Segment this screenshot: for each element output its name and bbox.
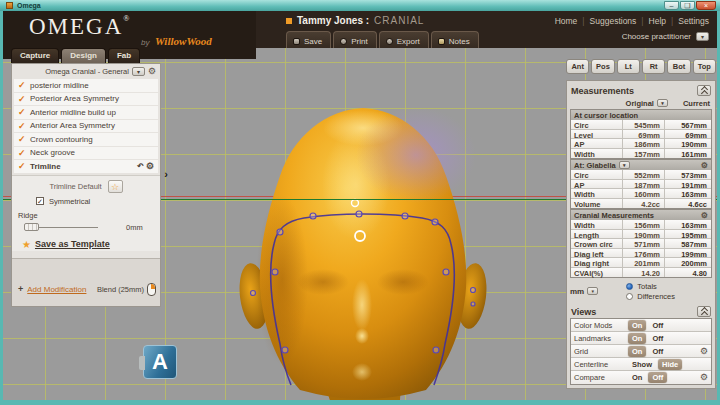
chevron-down-icon[interactable]: ▾ xyxy=(587,287,598,295)
maximize-icon[interactable]: ❏ xyxy=(680,1,695,10)
checklist-item[interactable]: ✓posterior midline xyxy=(14,79,158,92)
tab-design[interactable]: Design xyxy=(61,48,106,63)
compare-off[interactable]: Off xyxy=(648,372,667,383)
check-icon: ✓ xyxy=(18,107,30,117)
add-modification-link[interactable]: + Add Modification xyxy=(18,284,86,294)
close-icon[interactable]: × xyxy=(696,1,716,10)
nav-help[interactable]: Help xyxy=(649,16,666,26)
tab-fab[interactable]: Fab xyxy=(108,48,140,63)
mode-tabs: Capture Design Fab xyxy=(11,48,161,63)
views-row-color-mods: Color Mods On Off xyxy=(571,319,711,332)
view-rt-button[interactable]: Rt xyxy=(642,59,665,74)
gear-icon[interactable]: ⚙ xyxy=(146,162,154,171)
preset-row: Omega Cranial - General ▾ ⚙ xyxy=(12,64,160,78)
nav-settings[interactable]: Settings xyxy=(678,16,709,26)
check-icon: ✓ xyxy=(18,134,30,144)
compare-on[interactable]: On xyxy=(628,372,646,383)
landmarks-on[interactable]: On xyxy=(628,333,646,344)
head-model[interactable] xyxy=(238,100,488,400)
patient-banner: Tammy Jones : CRANIAL xyxy=(286,15,424,26)
col-current: Current xyxy=(683,99,710,108)
notes-button[interactable]: Notes xyxy=(431,31,479,48)
cursor-table: Circ545mm567mm Level69mm69mm AP186mm190m… xyxy=(570,120,712,159)
centerline-hide[interactable]: Hide xyxy=(658,359,682,370)
checklist-item[interactable]: ✓Neck groove xyxy=(14,147,158,160)
grid-on[interactable]: On xyxy=(628,346,646,357)
gear-icon[interactable]: ⚙ xyxy=(148,67,156,76)
undo-icon[interactable]: ↶ xyxy=(137,162,144,171)
chevron-down-icon[interactable]: ▾ xyxy=(619,161,630,169)
app-area: Tammy Jones : CRANIAL Save Print Export … xyxy=(3,11,717,400)
centerline-show[interactable]: Show xyxy=(628,359,656,370)
totals-radio[interactable] xyxy=(626,283,633,290)
glabella-table: Circ552mm573mm AP187mm191mm Width160mm16… xyxy=(570,170,712,209)
chevron-down-icon[interactable]: ▾ xyxy=(696,32,709,41)
gear-icon[interactable]: ⚙ xyxy=(700,347,708,356)
view-lt-button[interactable]: Lt xyxy=(617,59,640,74)
view-pos-button[interactable]: Pos xyxy=(591,59,614,74)
tab-capture[interactable]: Capture xyxy=(11,48,59,63)
ridge-slider-handle[interactable] xyxy=(24,223,39,231)
print-button[interactable]: Print xyxy=(333,31,376,48)
trimline-default-label: Trimline Default xyxy=(49,182,101,191)
export-button[interactable]: Export xyxy=(379,31,429,48)
section-cursor-location: At cursor location xyxy=(570,109,712,120)
cranial-table: Width156mm163mm Length190mm195mm Crown c… xyxy=(570,220,712,278)
panel-flyout-arrow-icon[interactable]: › xyxy=(164,168,168,180)
willowwood-brand: WillowWood xyxy=(155,35,212,47)
export-icon xyxy=(386,38,393,45)
nav-home[interactable]: Home xyxy=(555,16,578,26)
grid-off[interactable]: Off xyxy=(648,346,667,357)
star-icon[interactable]: ☆ xyxy=(108,180,123,193)
view-top-button[interactable]: Top xyxy=(693,59,716,74)
color-mods-off[interactable]: Off xyxy=(648,320,667,331)
table-row: Width157mm161mm xyxy=(571,149,711,159)
checklist-item-trimline[interactable]: ✓ Trimline ↶ ⚙ xyxy=(14,160,158,173)
save-as-template[interactable]: ★ Save as Template xyxy=(22,239,154,250)
measurements-title: Measurements xyxy=(571,86,634,96)
minimize-icon[interactable]: – xyxy=(664,1,679,10)
gizmo-side-tab xyxy=(139,356,145,370)
color-mods-on[interactable]: On xyxy=(628,320,646,331)
checklist-item[interactable]: ✓Anterior Area Symmetry xyxy=(14,120,158,133)
plus-icon: + xyxy=(18,284,23,294)
panel-footer: + Add Modification Blend (25mm) xyxy=(12,258,160,306)
column-headers: Original ▾ Current xyxy=(570,97,712,109)
check-icon: ✓ xyxy=(18,148,30,158)
views-row-compare: Compare On Off ⚙ xyxy=(571,371,711,384)
measurements-box: Measurements Original ▾ Current At curso… xyxy=(566,80,716,389)
ridge-slider[interactable] xyxy=(26,227,98,228)
checklist-item[interactable]: ✓Crown contouring xyxy=(14,133,158,146)
table-row: Diag right201mm200mm xyxy=(571,258,711,268)
blend-control[interactable]: Blend (25mm) xyxy=(97,283,156,296)
top-nav: Home| Suggestions| Help| Settings xyxy=(555,16,709,26)
collapse-icon[interactable] xyxy=(697,306,711,317)
patient-marker-icon xyxy=(286,18,292,24)
landmarks-off[interactable]: Off xyxy=(648,333,667,344)
gear-icon[interactable]: ⚙ xyxy=(701,161,708,170)
save-button[interactable]: Save xyxy=(286,31,331,48)
checklist-item[interactable]: ✓Posterior Area Symmetry xyxy=(14,93,158,106)
nav-suggestions[interactable]: Suggestions xyxy=(590,16,637,26)
differences-radio[interactable] xyxy=(626,293,633,300)
view-ant-button[interactable]: Ant xyxy=(566,59,589,74)
table-row: Diag left176mm199mm xyxy=(571,249,711,259)
practitioner-select[interactable]: Choose practitioner ▾ xyxy=(622,32,709,41)
views-row-landmarks: Landmarks On Off xyxy=(571,332,711,345)
orientation-gizmo-anterior[interactable]: A xyxy=(143,345,177,379)
units-label: mm xyxy=(570,287,584,296)
views-row-grid: Grid On Off ⚙ xyxy=(571,345,711,358)
window-titlebar[interactable]: Omega – ❏ × xyxy=(0,0,720,11)
table-row: Circ552mm573mm xyxy=(571,170,711,180)
chevron-down-icon[interactable]: ▾ xyxy=(657,99,668,107)
chevron-down-icon[interactable]: ▾ xyxy=(132,67,145,76)
collapse-icon[interactable] xyxy=(697,85,711,96)
star-icon: ★ xyxy=(22,239,31,250)
view-bot-button[interactable]: Bot xyxy=(667,59,690,74)
modification-checklist: ✓posterior midline ✓Posterior Area Symme… xyxy=(12,78,160,175)
symmetrical-checkbox[interactable]: ✓ xyxy=(36,197,44,205)
gear-icon[interactable]: ⚙ xyxy=(700,373,708,382)
gear-icon[interactable]: ⚙ xyxy=(701,211,708,220)
table-row: Width160mm163mm xyxy=(571,189,711,199)
checklist-item[interactable]: ✓Anterior midline build up xyxy=(14,106,158,119)
